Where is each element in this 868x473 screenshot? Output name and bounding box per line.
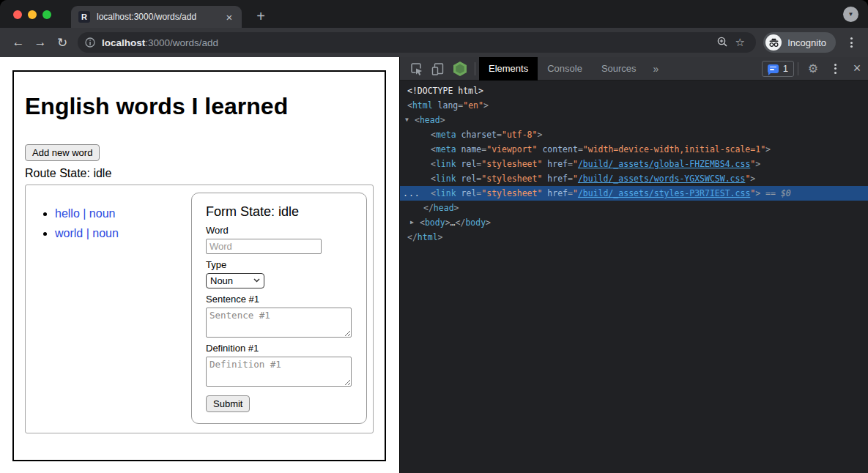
toolbar-divider [475,62,475,75]
dom-tree-line[interactable]: <html lang="en"> [400,98,868,113]
node-hexagon-icon[interactable] [449,57,471,81]
sentence-label: Sentence #1 [206,294,352,305]
dom-tree-line[interactable]: <meta name="viewport" content="width=dev… [400,142,868,157]
word-label: Word [206,225,352,236]
bookmark-star-icon[interactable]: ☆ [731,36,749,49]
url-host: localhost [102,37,145,48]
issues-button[interactable]: 1 [762,61,794,77]
word-list-item: world | noun [55,227,191,240]
close-window-button[interactable] [13,10,22,19]
remix-favicon-icon: R [78,11,90,23]
tab-elements[interactable]: Elements [479,57,538,81]
tab-close-icon[interactable]: × [223,10,236,23]
devtools-settings-icon[interactable]: ⚙ [802,57,824,81]
tab-search-button[interactable]: ▼ [843,7,858,22]
definition-label: Definition #1 [206,343,352,354]
back-button[interactable]: ← [7,35,29,50]
add-new-word-button[interactable]: Add new word [25,144,100,161]
tab-strip: R localhost:3000/words/add × + ▼ [0,0,868,28]
incognito-icon [765,34,782,51]
word-link[interactable]: hello | noun [55,207,115,220]
expand-arrow-icon[interactable]: ▶ [410,215,414,230]
minimize-window-button[interactable] [28,10,37,19]
dom-tree-line[interactable]: ▶<body>…</body> [400,215,868,230]
chevron-down-icon: ▼ [848,11,854,18]
words-container: hello | nounworld | noun Form State: idl… [25,185,374,433]
incognito-label: Incognito [787,37,826,48]
word-input[interactable] [206,239,322,254]
forward-button[interactable]: → [29,35,51,50]
type-label: Type [206,259,352,270]
sentence-textarea[interactable] [206,308,352,338]
dom-tree-line[interactable]: <link rel="stylesheet" href="/build/_ass… [400,157,868,171]
dom-tree-line[interactable]: ...<link rel="stylesheet" href="/build/_… [400,186,868,201]
inspect-element-icon[interactable] [405,57,427,81]
issues-count: 1 [783,63,788,74]
browser-tab[interactable]: R localhost:3000/words/add × [71,6,242,28]
devtools-toolbar: Elements Console Sources » 1 ⚙ × [400,57,868,81]
page-info-icon[interactable] [85,37,95,48]
more-tabs-icon[interactable]: » [646,63,667,75]
page-title: English words I learned [25,93,374,120]
collapse-arrow-icon[interactable]: ▼ [405,113,409,127]
dom-tree-line[interactable]: <!DOCTYPE html> [400,83,868,98]
incognito-badge: Incognito [763,32,836,53]
toolbar-divider [798,62,798,75]
dom-tree-line[interactable]: <meta charset="utf-8"> [400,127,868,142]
word-list-item: hello | noun [55,207,191,220]
dom-tree-line[interactable]: <link rel="stylesheet" href="/build/_ass… [400,171,868,186]
url-text: localhost:3000/words/add [102,37,713,48]
browser-window: R localhost:3000/words/add × + ▼ ← → ↻ l… [0,0,868,473]
zoom-page-icon[interactable] [713,36,731,50]
address-bar[interactable]: localhost:3000/words/add ☆ [78,32,756,53]
browser-menu-button[interactable] [845,37,858,48]
reload-button[interactable]: ↻ [51,35,73,51]
add-word-form: Form State: idle Word Type Noun Sentence… [191,193,367,424]
web-page: English words I learned Add new word Rou… [0,57,399,473]
route-state-text: Route State: idle [25,167,374,180]
tab-title: localhost:3000/words/add [97,12,223,22]
word-list: hello | nounworld | noun [26,207,191,433]
dom-tree-line[interactable]: ▼<head> [400,113,868,127]
maximize-window-button[interactable] [42,10,51,19]
devtools-panel: Elements Console Sources » 1 ⚙ × <!DOCTY… [399,57,868,473]
issues-bubble-icon [768,64,779,73]
tab-sources[interactable]: Sources [592,57,646,81]
dom-tree-line[interactable]: </head> [400,201,868,215]
dom-tree: <!DOCTYPE html><html lang="en">▼<head><m… [400,81,868,473]
device-toolbar-icon[interactable] [427,57,449,81]
traffic-lights [13,10,51,19]
type-select[interactable]: Noun [206,273,264,288]
page-frame: English words I learned Add new word Rou… [12,70,386,461]
devtools-close-icon[interactable]: × [846,57,868,81]
url-path: :3000/words/add [145,37,218,48]
devtools-menu-icon[interactable] [824,57,846,81]
line-gutter-ellipsis[interactable]: ... [403,186,420,201]
definition-textarea[interactable] [206,357,352,387]
tab-console[interactable]: Console [538,57,592,81]
browser-toolbar: ← → ↻ localhost:3000/words/add ☆ [0,28,868,57]
new-tab-button[interactable]: + [252,8,270,25]
content-area: English words I learned Add new word Rou… [0,57,868,473]
form-state-text: Form State: idle [206,204,352,220]
submit-button[interactable]: Submit [206,395,250,412]
dom-tree-line[interactable]: </html> [400,230,868,245]
word-link[interactable]: world | noun [55,227,119,239]
